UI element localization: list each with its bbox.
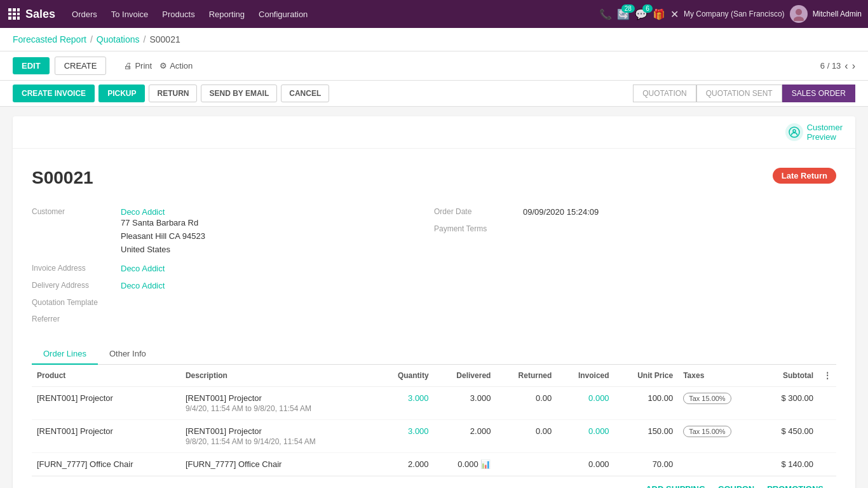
cell-description: [RENT001] Projector 9/8/20, 11:54 AM to … — [180, 420, 376, 453]
breadcrumb-current: S00021 — [149, 34, 180, 44]
print-icon: 🖨 — [124, 61, 132, 71]
invoice-address-value[interactable]: Deco Addict — [121, 264, 165, 273]
svg-rect-7 — [13, 17, 16, 20]
svg-rect-0 — [8, 8, 11, 11]
nav-to-invoice[interactable]: To Invoice — [105, 7, 155, 22]
tab-quotation-sent[interactable]: QUOTATION SENT — [696, 85, 782, 102]
next-arrow[interactable]: › — [852, 60, 855, 72]
apps-grid-icon[interactable] — [6, 6, 22, 22]
cell-quantity[interactable]: 3.000 — [376, 387, 433, 420]
tab-quotation[interactable]: QUOTATION — [633, 85, 696, 102]
delivery-address-label: Delivery Address — [32, 281, 114, 290]
cell-quantity[interactable]: 3.000 — [376, 420, 433, 453]
svg-rect-1 — [13, 8, 16, 11]
order-lines-table: Product Description Quantity Delivered R… — [32, 365, 836, 476]
cell-delivered: 3.000 — [434, 387, 496, 420]
invoice-address-label: Invoice Address — [32, 264, 114, 273]
quotation-template-label: Quotation Template — [32, 298, 114, 307]
col-invoiced: Invoiced — [557, 365, 614, 387]
messages-count: 6 — [642, 4, 653, 13]
edit-button[interactable]: EDIT — [13, 57, 50, 74]
user-avatar[interactable] — [790, 5, 808, 23]
tab-other-info[interactable]: Other Info — [98, 344, 158, 365]
cancel-button[interactable]: CANCEL — [281, 85, 329, 102]
cell-returned: 0.00 — [496, 420, 557, 453]
action-label: Action — [170, 61, 193, 71]
messages-badge-wrap[interactable]: 💬 6 — [635, 8, 648, 20]
tab-order-lines[interactable]: Order Lines — [32, 344, 98, 365]
address-line1: 77 Santa Barbara Rd — [121, 218, 198, 227]
action-dropdown[interactable]: ⚙ Action — [159, 61, 193, 71]
field-payment-terms: Payment Terms — [434, 224, 836, 233]
send-by-email-button[interactable]: SEND BY EMAIL — [201, 85, 277, 102]
customer-preview-button[interactable]: CustomerPreview — [785, 123, 843, 142]
cell-row-action — [818, 453, 836, 476]
customer-name[interactable]: Deco Addict — [121, 207, 205, 217]
promotions-link[interactable]: PROMOTIONS — [767, 484, 824, 488]
svg-point-9 — [796, 9, 802, 15]
col-returned: Returned — [496, 365, 557, 387]
gear-icon: ⚙ — [159, 61, 167, 71]
tabs-row: Order Lines Other Info — [32, 344, 836, 365]
nav-links: Orders To Invoice Products Reporting Con… — [65, 7, 595, 22]
address-line3: United States — [121, 245, 170, 254]
cell-invoiced[interactable]: 0.000 — [557, 420, 614, 453]
create-button[interactable]: CREATE — [55, 57, 107, 75]
return-button[interactable]: RETURN — [149, 85, 197, 102]
cell-returned — [496, 453, 557, 476]
cell-invoiced[interactable]: 0.000 — [557, 453, 614, 476]
customer-address: 77 Santa Barbara Rd Pleasant Hill CA 945… — [121, 217, 205, 256]
late-return-badge: Late Return — [773, 168, 836, 184]
document-card: CustomerPreview S00021 Late Return Custo… — [13, 116, 855, 488]
prev-arrow[interactable]: ‹ — [844, 60, 848, 72]
cell-row-action — [818, 420, 836, 453]
cell-quantity[interactable]: 2.000 — [376, 453, 433, 476]
updates-count: 28 — [621, 4, 635, 13]
cell-delivered: 0.000 📊 — [434, 453, 496, 476]
brand-name: Sales — [25, 8, 55, 21]
gift-icon[interactable]: 🎁 — [653, 8, 665, 20]
col-unit-price: Unit Price — [614, 365, 679, 387]
add-shipping-link[interactable]: ADD SHIPPING — [646, 484, 705, 488]
status-tabs: QUOTATION QUOTATION SENT SALES ORDER — [633, 85, 855, 102]
delivery-address-value[interactable]: Deco Addict — [121, 281, 165, 290]
nav-reporting[interactable]: Reporting — [203, 7, 251, 22]
cell-invoiced[interactable]: 0.000 — [557, 387, 614, 420]
chart-icon: 📊 — [480, 459, 491, 469]
updates-badge-wrap[interactable]: 🔄 28 — [617, 8, 630, 20]
payment-terms-label: Payment Terms — [434, 224, 517, 233]
nav-configuration[interactable]: Configuration — [252, 7, 314, 22]
nav-orders[interactable]: Orders — [65, 7, 104, 22]
svg-rect-6 — [8, 17, 11, 20]
tab-sales-order[interactable]: SALES ORDER — [782, 85, 855, 102]
breadcrumb-forecasted[interactable]: Forecasted Report — [13, 34, 86, 44]
cell-product: [FURN_7777] Office Chair — [32, 453, 180, 476]
cell-description: [FURN_7777] Office Chair — [180, 453, 376, 476]
coupon-link[interactable]: COUPON — [718, 484, 754, 488]
create-invoice-button[interactable]: CREATE INVOICE — [13, 85, 95, 102]
toolbar-pagination: 6 / 13 ‹ › — [820, 60, 855, 72]
close-icon[interactable]: ✕ — [670, 8, 679, 20]
nav-products[interactable]: Products — [156, 7, 201, 22]
doc-fields: Customer Deco Addict 77 Santa Barbara Rd… — [32, 207, 836, 331]
cell-taxes — [678, 453, 759, 476]
pagination-text: 6 / 13 — [820, 61, 841, 71]
table-row: [RENT001] Projector [RENT001] Projector … — [32, 420, 836, 453]
tax-badge: Tax 15.00% — [683, 426, 731, 437]
print-action[interactable]: 🖨 Print — [124, 61, 152, 71]
cell-subtotal: $ 300.00 — [759, 387, 818, 420]
breadcrumb: Forecasted Report / Quotations / S00021 — [0, 28, 868, 51]
customer-preview-icon — [785, 123, 803, 141]
toolbar-actions: 🖨 Print ⚙ Action — [124, 61, 193, 71]
referrer-label: Referrer — [32, 315, 114, 323]
svg-rect-2 — [17, 8, 20, 11]
nav-right: 📞 🔄 28 💬 6 🎁 ✕ My Company (San Francisco… — [599, 5, 862, 23]
pickup-button[interactable]: PICKUP — [98, 85, 145, 102]
field-referrer: Referrer — [32, 315, 434, 323]
col-quantity: Quantity — [376, 365, 433, 387]
breadcrumb-quotations[interactable]: Quotations — [97, 34, 140, 44]
col-product: Product — [32, 365, 180, 387]
main-toolbar: EDIT CREATE 🖨 Print ⚙ Action 6 / 13 ‹ › — [0, 51, 868, 81]
svg-rect-4 — [13, 13, 16, 15]
phone-icon[interactable]: 📞 — [599, 8, 612, 20]
